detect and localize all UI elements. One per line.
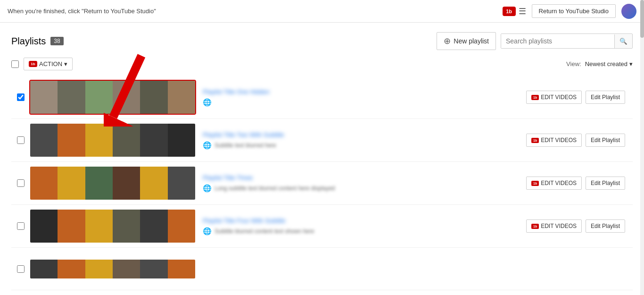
plus-icon: ⊕ bbox=[444, 36, 451, 46]
header-row: Playlists 38 ⊕ New playlist 🔍 bbox=[11, 32, 633, 50]
yt-logo-icon: 1b bbox=[503, 7, 516, 16]
edit-videos-yt-icon-1: 1b bbox=[531, 95, 539, 100]
playlist-thumbnail-2[interactable] bbox=[30, 124, 195, 157]
scrollbar-thumb[interactable] bbox=[640, 0, 644, 38]
row-actions-2: 1b EDIT VIDEOS Edit Playlist bbox=[526, 134, 633, 147]
row-checkbox-5[interactable] bbox=[11, 265, 30, 273]
edit-videos-yt-icon-3: 1b bbox=[531, 181, 539, 186]
playlist-thumbnail-4[interactable] bbox=[30, 210, 195, 243]
playlist-title-4[interactable]: Playlist Title Four With Subtitle bbox=[203, 217, 438, 224]
playlist-row: Playlist Title Four With Subtitle 🌐 Subt… bbox=[11, 205, 633, 248]
edit-playlist-button-3[interactable]: Edit Playlist bbox=[586, 177, 625, 190]
topbar: When you're finished, click "Return to Y… bbox=[0, 0, 644, 23]
row-info-3: Playlist Title Three 🌐 Long subtitle tex… bbox=[195, 174, 526, 193]
playlist-subtitle-4: Subtitle blurred content text shown here bbox=[215, 228, 314, 235]
row-checkbox-1[interactable] bbox=[11, 93, 30, 101]
playlist-count-badge: 38 bbox=[50, 37, 63, 45]
topbar-instruction: When you're finished, click "Return to Y… bbox=[8, 8, 156, 15]
row-actions-4: 1b EDIT VIDEOS Edit Playlist bbox=[526, 219, 633, 233]
action-button[interactable]: 1b ACTION ▾ bbox=[24, 58, 73, 70]
row-checkbox-input-2[interactable] bbox=[17, 136, 25, 144]
playlist-thumbnail-5[interactable] bbox=[30, 260, 195, 278]
topbar-right: 1b ☰ Return to YouTube Studio bbox=[503, 4, 636, 19]
edit-videos-label-3: EDIT VIDEOS bbox=[541, 180, 577, 186]
playlist-meta-4: 🌐 Subtitle blurred content text shown he… bbox=[203, 227, 519, 236]
edit-videos-yt-icon-2: 1b bbox=[531, 138, 539, 143]
action-dropdown-icon: ▾ bbox=[64, 60, 67, 67]
playlist-row: Playlist Title Two With Subtitle 🌐 Subti… bbox=[11, 119, 633, 162]
yt-logo-menu[interactable]: 1b ☰ bbox=[503, 6, 526, 17]
playlist-meta-3: 🌐 Long subtitle text blurred content her… bbox=[203, 184, 519, 193]
playlist-row: Playlist Title Three 🌐 Long subtitle tex… bbox=[11, 162, 633, 205]
playlist-thumbnail-1[interactable] bbox=[30, 81, 195, 114]
row-checkbox-2[interactable] bbox=[11, 136, 30, 144]
row-checkbox-3[interactable] bbox=[11, 179, 30, 187]
row-checkbox-input-4[interactable] bbox=[17, 222, 25, 230]
select-all-checkbox[interactable] bbox=[11, 60, 19, 68]
row-checkbox-input-3[interactable] bbox=[17, 179, 25, 187]
edit-videos-label-1: EDIT VIDEOS bbox=[541, 94, 577, 101]
playlist-title-1[interactable]: Playlist Title One Hidden bbox=[203, 88, 438, 95]
action-yt-logo: 1b bbox=[29, 61, 37, 67]
page-title: Playlists bbox=[11, 36, 46, 47]
sort-label: Newest created bbox=[585, 60, 627, 67]
return-to-studio-button[interactable]: Return to YouTube Studio bbox=[532, 4, 616, 18]
new-playlist-label: New playlist bbox=[454, 37, 489, 45]
toolbar-left: 1b ACTION ▾ bbox=[11, 58, 73, 70]
hamburger-icon: ☰ bbox=[519, 6, 526, 17]
edit-playlist-button-4[interactable]: Edit Playlist bbox=[586, 219, 625, 233]
search-input[interactable] bbox=[501, 34, 614, 48]
sort-chevron-icon: ▾ bbox=[629, 60, 633, 67]
row-checkbox-input-5[interactable] bbox=[17, 265, 25, 273]
row-info-1: Playlist Title One Hidden 🌐 bbox=[195, 88, 526, 107]
edit-videos-button-1[interactable]: 1b EDIT VIDEOS bbox=[526, 91, 582, 104]
toolbar-row: 1b ACTION ▾ View: Newest created ▾ bbox=[11, 58, 633, 70]
edit-videos-yt-icon-4: 1b bbox=[531, 224, 539, 229]
header-left: Playlists 38 bbox=[11, 36, 64, 47]
main-content: Playlists 38 ⊕ New playlist 🔍 1b ACTION … bbox=[0, 23, 644, 295]
row-info-4: Playlist Title Four With Subtitle 🌐 Subt… bbox=[195, 217, 526, 236]
toolbar-right: View: Newest created ▾ bbox=[566, 60, 633, 67]
globe-icon-2: 🌐 bbox=[203, 141, 212, 150]
edit-playlist-button-1[interactable]: Edit Playlist bbox=[586, 91, 625, 104]
row-info-2: Playlist Title Two With Subtitle 🌐 Subti… bbox=[195, 131, 526, 150]
playlist-meta-1: 🌐 bbox=[203, 98, 519, 107]
edit-videos-button-4[interactable]: 1b EDIT VIDEOS bbox=[526, 219, 582, 233]
playlist-thumbnail-3[interactable] bbox=[30, 167, 195, 200]
globe-icon-3: 🌐 bbox=[203, 184, 212, 193]
search-bar: 🔍 bbox=[501, 34, 633, 49]
sort-button[interactable]: Newest created ▾ bbox=[585, 60, 633, 67]
edit-videos-label-4: EDIT VIDEOS bbox=[541, 223, 577, 229]
header-right: ⊕ New playlist 🔍 bbox=[437, 32, 633, 50]
edit-videos-button-2[interactable]: 1b EDIT VIDEOS bbox=[526, 134, 582, 147]
action-label: ACTION bbox=[39, 60, 62, 67]
row-actions-1: 1b EDIT VIDEOS Edit Playlist bbox=[526, 91, 633, 104]
playlist-list: Playlist Title One Hidden 🌐 1b EDIT VIDE… bbox=[11, 76, 633, 290]
row-checkbox-input-1[interactable] bbox=[17, 93, 25, 101]
row-actions-3: 1b EDIT VIDEOS Edit Playlist bbox=[526, 177, 633, 190]
search-button[interactable]: 🔍 bbox=[614, 34, 632, 48]
view-label: View: bbox=[566, 60, 581, 67]
edit-videos-label-2: EDIT VIDEOS bbox=[541, 137, 577, 143]
playlist-row: Playlist Title One Hidden 🌐 1b EDIT VIDE… bbox=[11, 76, 633, 119]
user-avatar[interactable] bbox=[621, 4, 636, 19]
edit-videos-button-3[interactable]: 1b EDIT VIDEOS bbox=[526, 177, 582, 190]
playlist-title-2[interactable]: Playlist Title Two With Subtitle bbox=[203, 131, 438, 138]
playlist-row-partial bbox=[11, 248, 633, 290]
globe-icon-1: 🌐 bbox=[203, 98, 212, 107]
playlist-title-3[interactable]: Playlist Title Three bbox=[203, 174, 438, 181]
playlist-subtitle-2: Subtitle text blurred here bbox=[215, 142, 276, 149]
new-playlist-button[interactable]: ⊕ New playlist bbox=[437, 32, 496, 50]
playlist-meta-2: 🌐 Subtitle text blurred here bbox=[203, 141, 519, 150]
scrollbar[interactable] bbox=[640, 0, 644, 295]
edit-playlist-button-2[interactable]: Edit Playlist bbox=[586, 134, 625, 147]
row-checkbox-4[interactable] bbox=[11, 222, 30, 230]
playlist-subtitle-3: Long subtitle text blurred content here … bbox=[215, 185, 335, 192]
globe-icon-4: 🌐 bbox=[203, 227, 212, 236]
